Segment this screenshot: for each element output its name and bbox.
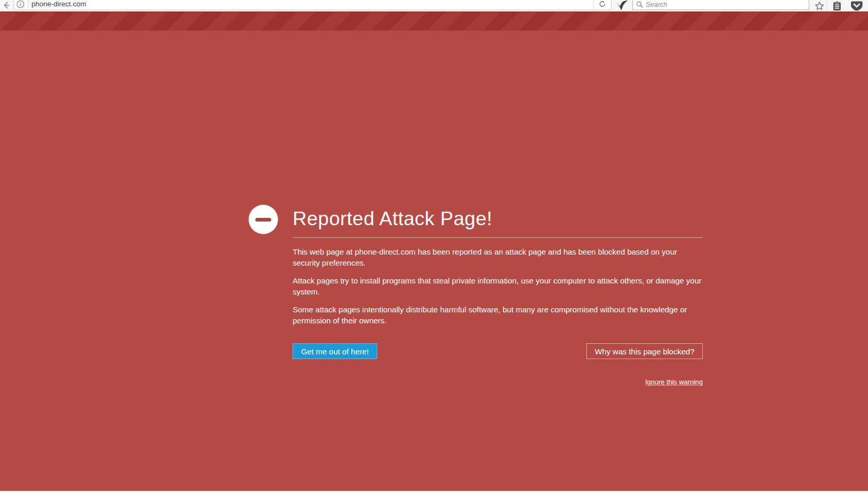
search-input[interactable] (646, 0, 807, 9)
search-box[interactable] (633, 0, 809, 10)
warning-paragraphs: This web page at phone-direct.com has be… (293, 246, 703, 326)
page-info-icon[interactable] (16, 0, 25, 8)
attack-warning-page: Reported Attack Page! This web page at p… (0, 30, 868, 491)
warning-paragraph-2: Attack pages try to install programs tha… (293, 275, 703, 297)
search-icon (636, 1, 643, 8)
back-icon[interactable] (2, 1, 11, 10)
url-text[interactable]: phone-direct.com (31, 0, 86, 9)
bookmark-star-icon[interactable] (815, 1, 824, 11)
dark-bird-logo-icon (614, 0, 628, 11)
browser-toolbar: phone-direct.com (0, 0, 868, 12)
bottom-edge (0, 491, 868, 494)
ignore-warning-link[interactable]: Ignore this warning (645, 378, 703, 386)
toolbar-separator (827, 1, 827, 10)
title-divider (293, 237, 703, 238)
ignore-warning-row: Ignore this warning (293, 377, 703, 386)
get-me-out-button[interactable]: Get me out of here! (293, 343, 377, 359)
minus-circle-icon (249, 205, 278, 234)
warning-paragraph-3: Some attack pages intentionally distribu… (293, 304, 703, 326)
reload-icon[interactable] (598, 0, 606, 8)
warning-buttons: Get me out of here! Why was this page bl… (293, 343, 703, 359)
urlbar-separator (28, 0, 28, 9)
url-bar[interactable]: phone-direct.com (14, 0, 612, 10)
urlbar-separator (593, 0, 594, 9)
warning-header: Reported Attack Page! (293, 204, 703, 234)
pocket-badge-icon[interactable] (851, 1, 863, 11)
hazard-stripe-band (0, 12, 868, 30)
warning-content: Reported Attack Page! This web page at p… (293, 204, 703, 386)
page-title: Reported Attack Page! (293, 204, 492, 234)
warning-paragraph-1: This web page at phone-direct.com has be… (293, 246, 703, 268)
bookmarks-list-icon[interactable] (832, 1, 842, 11)
why-blocked-button[interactable]: Why was this page blocked? (586, 343, 703, 359)
